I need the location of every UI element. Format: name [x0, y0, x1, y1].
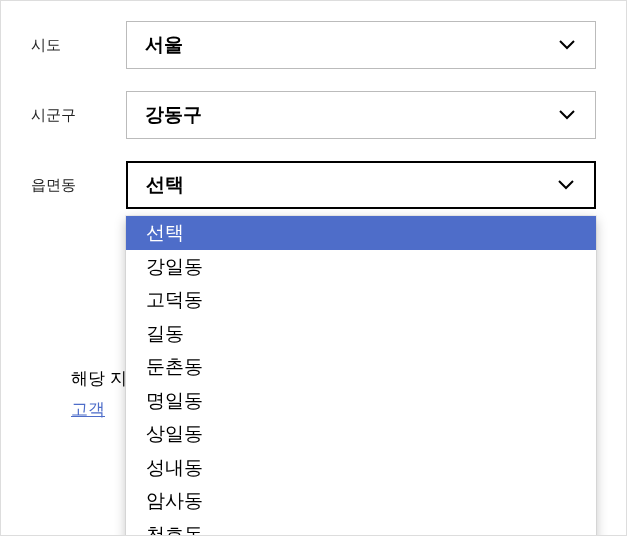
select-box[interactable]: 선택 [126, 161, 596, 209]
chevron-down-icon [556, 175, 576, 195]
form-row: 시군구강동구 [31, 91, 596, 139]
select-value: 강동구 [145, 102, 202, 128]
dropdown-option[interactable]: 선택 [126, 216, 596, 250]
select-value: 서울 [145, 32, 183, 58]
form-label: 시군구 [31, 106, 126, 125]
dropdown-option[interactable]: 명일동 [126, 384, 596, 418]
chevron-down-icon [557, 35, 577, 55]
select-value: 선택 [146, 172, 184, 198]
form-label: 읍면동 [31, 176, 126, 195]
info-line1: 해당 지 [71, 369, 127, 388]
address-form: 시도서울시군구강동구읍면동선택 [1, 1, 626, 251]
chevron-down-icon [557, 105, 577, 125]
form-row: 읍면동선택 [31, 161, 596, 209]
dropdown-option[interactable]: 강일동 [126, 250, 596, 284]
select-box[interactable]: 강동구 [126, 91, 596, 139]
select-box[interactable]: 서울 [126, 21, 596, 69]
form-label: 시도 [31, 36, 126, 55]
dropdown-option[interactable]: 고덕동 [126, 283, 596, 317]
dropdown-option[interactable]: 상일동 [126, 417, 596, 451]
form-row: 시도서울 [31, 21, 596, 69]
dropdown-option[interactable]: 성내동 [126, 451, 596, 485]
dropdown-option[interactable]: 암사동 [126, 484, 596, 518]
dropdown-option[interactable]: 둔촌동 [126, 350, 596, 384]
customer-link[interactable]: 고객 [71, 400, 105, 419]
dropdown-option[interactable]: 천호동 [126, 518, 596, 536]
info-text: 해당 지 고객 [71, 364, 127, 425]
dong-dropdown-list: 선택강일동고덕동길동둔촌동명일동상일동성내동암사동천호동 [126, 216, 596, 536]
dropdown-option[interactable]: 길동 [126, 317, 596, 351]
